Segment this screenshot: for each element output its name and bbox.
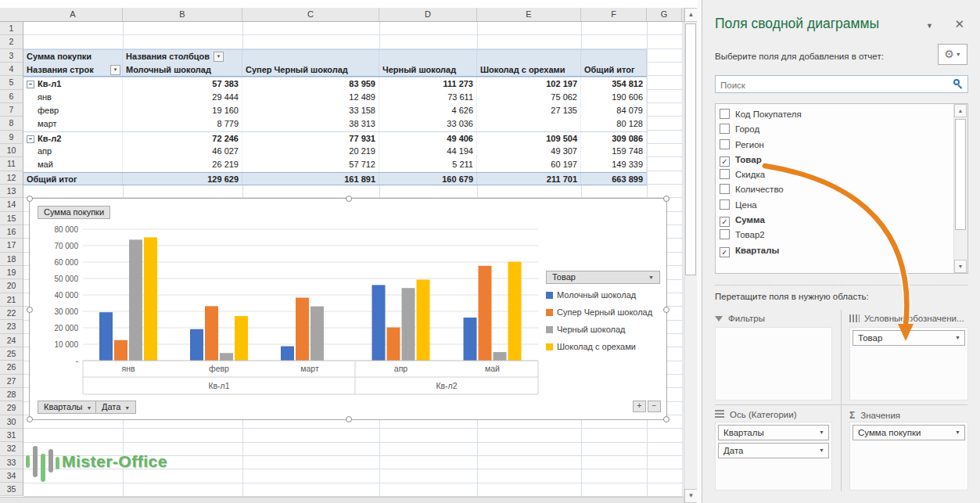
axis-field-button-date[interactable]: Дата▼ [95, 401, 136, 414]
pivot-cell[interactable]: 20 219 [242, 145, 379, 158]
axis-area-box[interactable]: Кварталы▼Дата▼ [715, 422, 832, 490]
row-header-9[interactable]: 9 [0, 131, 23, 144]
pivot-cell[interactable]: 84 079 [581, 104, 647, 117]
pivot-cell[interactable]: 72 246 [123, 132, 242, 145]
area-field-item[interactable]: Дата▼ [718, 443, 829, 458]
filter-dropdown-icon[interactable]: ▼ [110, 65, 120, 75]
pivot-cell[interactable]: 49 307 [477, 145, 581, 158]
pivot-cell[interactable]: 29 444 [123, 91, 242, 104]
selection-handle[interactable] [663, 196, 669, 202]
row-header-3[interactable]: 3 [0, 49, 23, 63]
selection-handle[interactable] [27, 416, 33, 422]
row-header-27[interactable]: 27 [0, 375, 23, 388]
pivot-cell[interactable]: Черный шоколад [379, 63, 477, 76]
field-item[interactable]: Скидка [720, 167, 950, 182]
pivot-cell[interactable]: Шоколад с орехами [477, 63, 581, 76]
checkbox-icon[interactable] [720, 109, 730, 119]
pivot-cell[interactable]: 159 748 [581, 145, 647, 158]
pivot-cell[interactable]: 73 611 [379, 91, 477, 104]
pivot-cell[interactable]: 663 899 [581, 173, 647, 185]
pivot-cell[interactable]: 83 959 [242, 77, 379, 90]
row-header-12[interactable]: 12 [0, 171, 23, 185]
pivot-cell[interactable] [581, 50, 647, 63]
pivot-cell[interactable] [379, 50, 477, 63]
pivot-cell[interactable]: 354 812 [581, 77, 647, 90]
area-field-item[interactable]: Сумма покупки▼ [853, 425, 965, 440]
pivot-cell[interactable]: 75 062 [477, 91, 581, 104]
pivot-cell[interactable]: 190 606 [581, 91, 647, 104]
row-header-7[interactable]: 7 [0, 103, 23, 117]
checkbox-icon[interactable] [720, 229, 730, 239]
search-input[interactable] [719, 77, 949, 93]
pivot-cell[interactable]: 60 197 [477, 158, 581, 171]
row-header-2[interactable]: 2 [0, 35, 23, 49]
pivot-cell[interactable]: апр [23, 145, 123, 158]
selection-handle[interactable] [346, 416, 352, 422]
filters-area-box[interactable] [715, 327, 832, 401]
value-field-button[interactable]: Сумма покупки [38, 206, 110, 219]
field-item[interactable]: ✓Товар [720, 153, 950, 167]
row-header-11[interactable]: 11 [0, 157, 23, 171]
checkbox-icon[interactable] [720, 169, 730, 179]
row-header-6[interactable]: 6 [0, 90, 23, 103]
pivot-cell[interactable]: 160 679 [379, 173, 477, 185]
pivot-cell[interactable]: −Кв-л1 [23, 77, 123, 90]
pivot-cell[interactable]: 44 194 [379, 145, 477, 158]
scroll-down-icon[interactable]: ▼ [954, 260, 967, 273]
checkbox-icon[interactable] [720, 139, 730, 149]
scroll-down-icon[interactable]: ▼ [684, 489, 698, 503]
checkbox-icon[interactable]: ✓ [720, 217, 730, 227]
filter-dropdown-icon[interactable]: ▼ [214, 52, 224, 62]
axis-field-button-quarters[interactable]: Кварталы▼ [38, 401, 98, 414]
pivot-cell[interactable]: Названия столбцов▼ [123, 50, 242, 63]
pivot-cell[interactable]: 109 504 [477, 132, 581, 145]
pivot-cell[interactable]: 111 273 [379, 77, 477, 90]
dropdown-arrow-icon[interactable]: ▼ [955, 426, 960, 440]
collapse-button[interactable]: − [648, 401, 661, 412]
pane-close-icon[interactable]: ✕ [954, 17, 964, 31]
pivot-cell[interactable] [477, 117, 581, 131]
dropdown-arrow-icon[interactable]: ▼ [819, 426, 824, 440]
row-header-30[interactable]: 30 [0, 415, 23, 429]
field-item[interactable]: Регион [720, 138, 950, 153]
row-header-25[interactable]: 25 [0, 347, 23, 361]
tools-button[interactable]: ⚙▼ [938, 44, 967, 65]
checkbox-icon[interactable]: ✓ [720, 247, 730, 257]
field-item[interactable]: ✓Сумма [720, 213, 950, 228]
pivot-cell[interactable]: Названия строк▼ [23, 63, 123, 76]
column-header-E[interactable]: E [477, 8, 581, 21]
pivot-cell[interactable]: 19 160 [123, 104, 242, 117]
row-header-1[interactable]: 1 [0, 22, 23, 35]
selection-handle[interactable] [663, 307, 669, 313]
pivot-cell[interactable] [477, 50, 581, 63]
collapse-icon[interactable]: − [27, 135, 34, 143]
search-icon[interactable] [953, 79, 964, 89]
pivot-cell[interactable]: −Кв-л2 [23, 132, 123, 145]
dropdown-arrow-icon[interactable]: ▼ [955, 331, 960, 345]
area-field-item[interactable]: Кварталы▼ [718, 425, 829, 440]
pivot-cell[interactable]: 129 629 [123, 173, 242, 185]
pivot-cell[interactable]: 26 219 [123, 158, 242, 171]
field-item[interactable]: Цена [720, 198, 950, 213]
row-header-26[interactable]: 26 [0, 361, 23, 374]
row-header-32[interactable]: 32 [0, 442, 23, 455]
pivot-cell[interactable]: 102 197 [477, 77, 581, 90]
pivot-cell[interactable]: 27 135 [477, 104, 581, 117]
selection-handle[interactable] [27, 196, 33, 202]
field-item[interactable]: Город [720, 122, 950, 137]
pivot-cell[interactable]: 4 626 [379, 104, 477, 117]
pivot-cell[interactable]: 49 406 [379, 132, 477, 145]
row-header-33[interactable]: 33 [0, 456, 23, 469]
row-header-16[interactable]: 16 [0, 225, 23, 239]
field-list-scrollbar[interactable]: ▲ ▼ [953, 104, 967, 273]
checkbox-icon[interactable] [720, 124, 730, 134]
pane-menu-caret-icon[interactable]: ▼ [926, 22, 933, 30]
selection-handle[interactable] [346, 196, 352, 202]
row-header-31[interactable]: 31 [0, 429, 23, 442]
pivot-cell[interactable]: Общий итог [581, 63, 647, 76]
column-header-A[interactable]: A [23, 8, 123, 21]
collapse-icon[interactable]: − [27, 81, 34, 88]
row-header-8[interactable]: 8 [0, 117, 23, 130]
pivot-cell[interactable]: Общий итог [23, 173, 123, 185]
row-header-23[interactable]: 23 [0, 320, 23, 333]
